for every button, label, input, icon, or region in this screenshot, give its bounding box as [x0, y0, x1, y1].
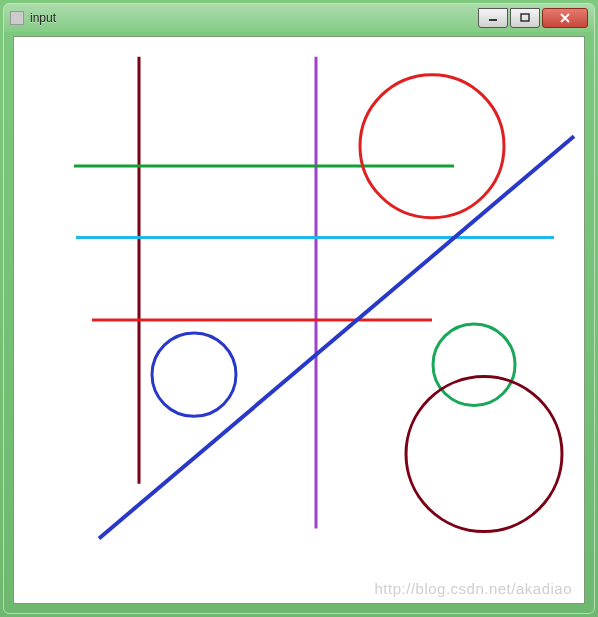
window-frame: input http://blog.csdn.net/akadiao [3, 3, 595, 614]
minimize-button[interactable] [478, 8, 508, 28]
drawing-canvas [14, 37, 584, 603]
close-icon [559, 13, 571, 23]
titlebar[interactable]: input [4, 4, 594, 32]
close-button[interactable] [542, 8, 588, 28]
client-area: http://blog.csdn.net/akadiao [13, 36, 585, 604]
svg-rect-0 [489, 19, 497, 21]
maximize-icon [520, 13, 530, 23]
window-title: input [30, 11, 476, 25]
svg-rect-1 [521, 14, 529, 21]
circle-dark-red-circle [406, 377, 562, 532]
circle-blue-small-circle [152, 333, 236, 416]
circle-red-circle [360, 75, 504, 218]
app-icon [10, 11, 24, 25]
circle-green-circle [433, 324, 515, 405]
minimize-icon [488, 13, 498, 23]
window-controls [476, 8, 588, 28]
maximize-button[interactable] [510, 8, 540, 28]
